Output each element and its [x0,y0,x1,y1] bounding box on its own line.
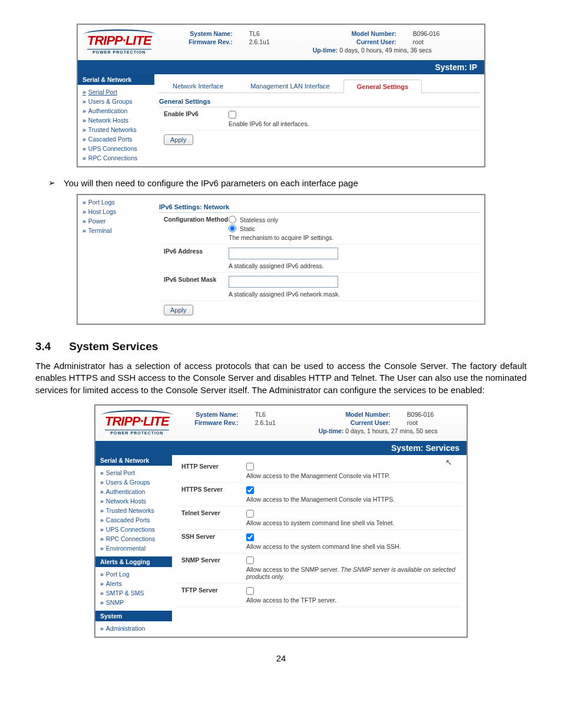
value-model-number: B096-016 [407,411,461,418]
page-banner: System: IP [78,60,484,74]
sidebar-item-users-groups[interactable]: Users & Groups [95,477,172,487]
page-banner: System: Services [95,441,467,455]
sidebar-item-authentication[interactable]: Authentication [78,106,154,116]
desc-https-server: Allow access to the Management Console v… [246,496,457,503]
sidebar-item-ups-connections[interactable]: UPS Connections [78,144,154,153]
sidebar-item-power[interactable]: Power [78,216,154,226]
apply-button[interactable]: Apply [164,134,193,145]
checkbox-enable-ipv6[interactable] [229,111,236,118]
label-enable-ipv6: Enable IPv6 [164,110,229,117]
section-intro-text: The Administrator has a selection of acc… [35,360,527,396]
sidebar: Serial & Network Serial Port Users & Gro… [95,455,172,637]
sidebar-item-rpc-connections[interactable]: RPC Connections [78,153,154,163]
row-snmp-server: SNMP Server Allow access to the SNMP ser… [177,554,462,584]
tab-network-interface[interactable]: Network Interface [159,79,237,93]
label-current-user: Current User: [313,38,396,45]
sidebar-item-smtp-sms[interactable]: SMTP & SMS [95,588,172,598]
checkbox-tftp-server[interactable] [246,587,254,595]
tab-management-lan[interactable]: Management LAN Interface [237,79,343,93]
sidebar-item-ups-connections[interactable]: UPS Connections [95,525,172,534]
system-info: System Name: TL6 Model Number: B096-016 … [183,411,461,434]
label-firmware-rev: Firmware Rev.: [166,38,233,45]
sidebar-category-serial: Serial & Network [95,455,172,466]
label-config-method: Configuration Method [164,216,229,223]
tab-bar: Network Interface Management LAN Interfa… [159,79,480,93]
label-uptime: Up-time: [319,427,344,434]
app-header: TRIPP·LITE POWER PROTECTION System Name:… [78,25,484,60]
radio-static-label: Static [240,225,255,232]
label-tftp-server: TFTP Server [181,587,246,594]
desc-ipv6-mask: A statically assigned IPv6 network mask. [229,291,475,298]
row-http-server: HTTP Server Allow access to the Manageme… [177,460,462,483]
system-info: System Name: TL6 Model Number: B096-016 … [166,30,478,54]
sidebar-item-serial-port[interactable]: Serial Port [78,87,154,97]
label-uptime: Up-time: [313,47,338,54]
label-system-name: System Name: [183,411,239,418]
sidebar-item-administration[interactable]: Administration [95,624,172,633]
value-system-name: TL6 [255,411,302,418]
section-number: 3.4 [35,340,66,353]
sidebar: Serial & Network Serial Port Users & Gro… [78,74,154,166]
tab-general-settings[interactable]: General Settings [343,80,422,93]
bullet-configure-ipv6: ➢ You will then need to configure the IP… [35,178,527,188]
brand-logo: TRIPP·LITE POWER PROTECTION [101,409,173,436]
input-ipv6-address[interactable] [229,248,338,259]
radio-static[interactable] [229,225,236,232]
label-ssh-server: SSH Server [181,533,246,540]
brand-logo: TRIPP·LITE POWER PROTECTION [84,28,155,55]
desc-telnet-server: Allow access to system command line shel… [246,519,457,526]
sidebar-fragment: Port Logs Host Logs Power Terminal [78,195,154,239]
row-ssh-server: SSH Server Allow access to the system co… [177,530,462,554]
sidebar-item-trusted-networks[interactable]: Trusted Networks [95,506,172,515]
checkbox-ssh-server[interactable] [246,533,254,541]
row-ipv6-address: IPv6 Address A statically assigned IPv6 … [159,245,480,273]
sidebar-item-serial-port[interactable]: Serial Port [95,468,172,477]
checkbox-snmp-server[interactable] [246,556,254,564]
section-title-ipv6: IPv6 Settings: Network [159,201,480,213]
desc-http-server: Allow access to the Management Console v… [246,472,457,479]
sidebar-item-environmental[interactable]: Environmental [95,543,172,553]
screenshot-system-services: TRIPP·LITE POWER PROTECTION System Name:… [94,404,468,638]
value-model-number: B096-016 [413,30,478,37]
section-title: System Services [69,340,158,353]
desc-ssh-server: Allow access to the system command line … [246,543,457,550]
sidebar-item-authentication[interactable]: Authentication [95,487,172,496]
desc-ipv6-address: A statically assigned IPv6 address. [229,262,475,269]
sidebar-item-rpc-connections[interactable]: RPC Connections [95,534,172,543]
sidebar-item-network-hosts[interactable]: Network Hosts [95,496,172,506]
sidebar-item-cascaded-ports[interactable]: Cascaded Ports [78,134,154,144]
radio-stateless[interactable] [229,216,236,223]
value-system-name: TL6 [249,30,296,37]
section-heading: 3.4 System Services [35,340,527,353]
value-current-user: root [407,419,461,426]
radio-stateless-label: Stateless only [240,216,278,223]
sidebar-item-terminal[interactable]: Terminal [78,226,154,235]
sidebar-item-network-hosts[interactable]: Network Hosts [78,116,154,125]
value-firmware-rev: 2.6.1u1 [249,38,296,45]
checkbox-telnet-server[interactable] [246,510,254,518]
sidebar-item-port-logs[interactable]: Port Logs [78,197,154,207]
page-number: 24 [35,653,527,663]
checkbox-http-server[interactable] [246,463,254,470]
row-config-method: Configuration Method Stateless only Stat… [159,213,480,245]
apply-button[interactable]: Apply [164,305,193,315]
row-tftp-server: TFTP Server Allow access to the TFTP ser… [177,584,462,607]
sidebar-item-snmp[interactable]: SNMP [95,598,172,607]
sidebar-item-users-groups[interactable]: Users & Groups [78,97,154,106]
label-https-server: HTTPS Server [181,486,246,493]
label-telnet-server: Telnet Server [181,509,246,516]
label-snmp-server: SNMP Server [181,556,246,564]
sidebar-item-port-log[interactable]: Port Log [95,569,172,579]
sidebar-item-trusted-networks[interactable]: Trusted Networks [78,125,154,134]
checkbox-https-server[interactable] [246,486,254,494]
value-current-user: root [413,38,478,45]
sidebar-item-cascaded-ports[interactable]: Cascaded Ports [95,515,172,525]
value-uptime: 0 days, 1 hours, 27 mins, 50 secs [345,427,437,434]
screenshot-system-ip: TRIPP·LITE POWER PROTECTION System Name:… [77,24,485,167]
label-model-number: Model Number: [319,411,391,418]
sidebar-item-host-logs[interactable]: Host Logs [78,207,154,216]
label-ipv6-address: IPv6 Address [164,248,229,255]
sidebar-category-serial: Serial & Network [78,74,154,85]
input-ipv6-mask[interactable] [229,276,338,288]
sidebar-item-alerts[interactable]: Alerts [95,579,172,588]
